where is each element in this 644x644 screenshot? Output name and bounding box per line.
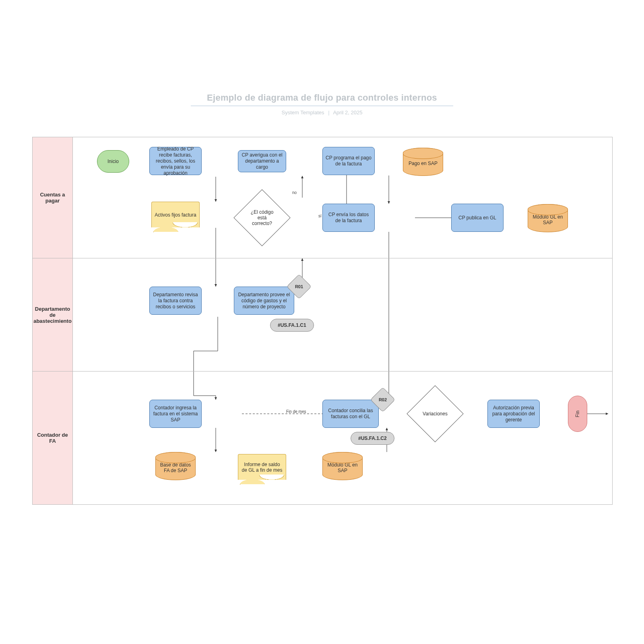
separator-icon: | bbox=[326, 109, 332, 116]
start-node: Inicio bbox=[97, 150, 129, 173]
edge-label-si: sí bbox=[318, 214, 322, 218]
process-send-invoice-data: CP envía los datos de la factura bbox=[322, 204, 375, 232]
diagram-subtitle: System Templates | April 2, 2025 bbox=[0, 109, 644, 116]
lane-supply-connectors bbox=[113, 258, 644, 371]
lane-supply-header: Departamento de abastecimiento bbox=[33, 258, 73, 371]
lane-fa-header: Contador de FA bbox=[33, 372, 73, 504]
decision-code-correct: ¿El código está correcto? bbox=[242, 198, 282, 238]
datastore-sap-payment: Pago en SAP bbox=[403, 148, 443, 176]
process-manager-approval: Autorización previa para aprobación del … bbox=[487, 400, 540, 428]
process-reconcile-gl: Contador concilia las facturas con el GL bbox=[322, 400, 379, 428]
datastore-gl-module-2: Módulo GL en SAP bbox=[322, 452, 363, 480]
lane-ap-body: Inicio Empleado de CP recibe facturas, r… bbox=[73, 137, 612, 258]
risk-r02: R02 bbox=[374, 391, 392, 409]
decision-variances: Variaciones bbox=[415, 394, 455, 434]
edge-label-no: no bbox=[292, 190, 297, 195]
control-c2: #US.FA.1.C2 bbox=[351, 432, 394, 445]
process-review-invoice: Departamento revisa la factura contra re… bbox=[149, 287, 202, 315]
lane-supply: Departamento de abastecimiento bbox=[33, 258, 612, 372]
swimlane-container: Cuentas a pagar bbox=[32, 137, 613, 505]
lane-ap: Cuentas a pagar bbox=[33, 137, 612, 258]
end-node: Fin bbox=[568, 396, 587, 432]
date: April 2, 2025 bbox=[333, 109, 362, 116]
diagram-title: Ejemplo de diagrama de flujo para contro… bbox=[191, 93, 453, 106]
lane-ap-header: Cuentas a pagar bbox=[33, 137, 73, 258]
process-cp-clarify: CP averigua con el departamento a cargo bbox=[238, 150, 286, 172]
document-fixed-asset-invoice: Activos fijos factura bbox=[151, 202, 200, 227]
datastore-fa-sap: Base de datos FA de SAP bbox=[155, 452, 196, 480]
author: System Templates bbox=[282, 109, 324, 116]
process-post-gl: CP publica en GL bbox=[451, 204, 504, 232]
diagram-canvas: Ejemplo de diagrama de flujo para contro… bbox=[0, 0, 644, 644]
document-gl-balance-report: Informe de saldo de GL a fin de mes bbox=[238, 454, 286, 480]
title-block: Ejemplo de diagrama de flujo para contro… bbox=[0, 93, 644, 116]
lane-fa: Contador de FA bbox=[33, 372, 612, 504]
process-schedule-payment: CP programa el pago de la factura bbox=[322, 147, 375, 175]
lane-supply-body: Departamento revisa la factura contra re… bbox=[73, 258, 612, 371]
edge-label-month-end: Fin de mes bbox=[286, 409, 306, 414]
lane-fa-body: Contador ingresa la factura en el sistem… bbox=[73, 372, 612, 504]
process-provide-code: Departamento provee el código de gastos … bbox=[234, 287, 294, 315]
risk-r01: R01 bbox=[290, 278, 308, 295]
process-enter-invoice-sap: Contador ingresa la factura en el sistem… bbox=[149, 400, 202, 428]
process-receive-invoice: Empleado de CP recibe facturas, recibos,… bbox=[149, 147, 202, 175]
control-c1: #US.FA.1.C1 bbox=[270, 319, 314, 332]
datastore-gl-module-1: Módulo GL en SAP bbox=[528, 204, 568, 232]
